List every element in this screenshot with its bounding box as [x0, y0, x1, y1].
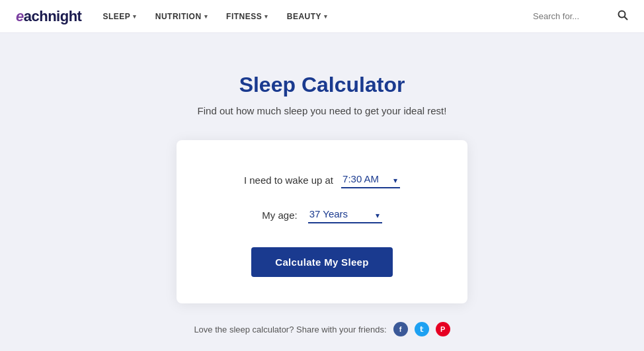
- time-select-wrapper: 12:00 AM12:30 AM1:00 AM1:30 AM2:00 AM2:3…: [341, 172, 400, 188]
- nav-links: SLEEP ▾ NUTRITION ▾ FITNESS ▾ BEAUTY ▾: [102, 12, 327, 21]
- calculate-button[interactable]: Calculate My Sleep: [251, 247, 392, 277]
- page-title: Sleep Calculator: [239, 73, 405, 97]
- site-logo[interactable]: eachnight: [16, 8, 81, 25]
- main-content: Sleep Calculator Find out how much sleep…: [0, 33, 644, 351]
- nav-item-sleep[interactable]: SLEEP ▾: [102, 12, 136, 21]
- time-select[interactable]: 12:00 AM12:30 AM1:00 AM1:30 AM2:00 AM2:3…: [341, 172, 400, 188]
- wake-time-row: I need to wake up at 12:00 AM12:30 AM1:0…: [244, 172, 400, 188]
- nav-nutrition-label: NUTRITION: [155, 12, 202, 21]
- age-label: My age:: [262, 210, 297, 221]
- chevron-down-icon: ▾: [204, 13, 208, 20]
- nav-item-nutrition[interactable]: NUTRITION ▾: [155, 12, 208, 21]
- share-bar: Love the sleep calculator? Share with yo…: [194, 322, 450, 336]
- logo-e: e: [16, 8, 24, 24]
- nav-fitness-label: FITNESS: [226, 12, 262, 21]
- navbar: eachnight SLEEP ▾ NUTRITION ▾ FITNESS ▾ …: [0, 0, 644, 33]
- twitter-share-button[interactable]: 𝕥: [415, 322, 429, 336]
- svg-line-1: [625, 17, 628, 20]
- chevron-down-icon: ▾: [133, 13, 137, 20]
- age-row: My age: Under 1 Year1-2 Years3-5 Years6-…: [262, 207, 382, 223]
- nav-item-fitness[interactable]: FITNESS ▾: [226, 12, 268, 21]
- wake-label: I need to wake up at: [244, 175, 333, 186]
- chevron-down-icon: ▾: [264, 13, 268, 20]
- calculator-card: I need to wake up at 12:00 AM12:30 AM1:0…: [177, 140, 467, 303]
- search-area: [533, 10, 628, 23]
- logo-rest: achnight: [24, 8, 82, 24]
- nav-beauty-label: BEAUTY: [287, 12, 321, 21]
- svg-point-0: [619, 11, 625, 17]
- age-select[interactable]: Under 1 Year1-2 Years3-5 Years6-12 Years…: [308, 207, 382, 223]
- chevron-down-icon: ▾: [324, 13, 328, 20]
- search-icon[interactable]: [618, 10, 628, 23]
- pinterest-share-button[interactable]: P: [436, 322, 450, 336]
- search-input[interactable]: [533, 11, 612, 21]
- page-subtitle: Find out how much sleep you need to get …: [198, 105, 447, 116]
- nav-sleep-label: SLEEP: [102, 12, 130, 21]
- nav-item-beauty[interactable]: BEAUTY ▾: [287, 12, 328, 21]
- age-select-wrapper: Under 1 Year1-2 Years3-5 Years6-12 Years…: [308, 207, 382, 223]
- facebook-share-button[interactable]: f: [393, 322, 408, 336]
- share-text: Love the sleep calculator? Share with yo…: [194, 325, 386, 334]
